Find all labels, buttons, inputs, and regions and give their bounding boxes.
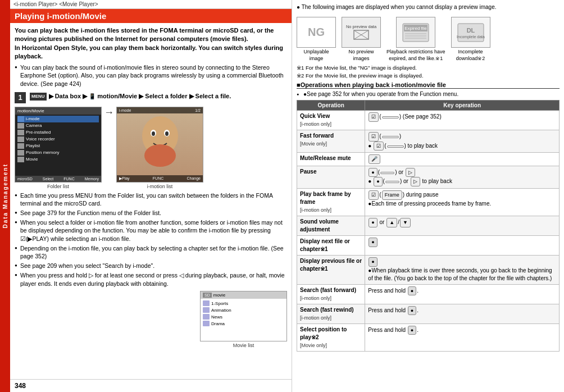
imotion-list-label: i-motion list xyxy=(147,184,173,189)
svg-text:Incomplete data: Incomplete data xyxy=(457,35,485,39)
right-panel: ● The following images are displayed whe… xyxy=(292,0,564,392)
row-volume: Sound volume adjustment ● or ▲/▼ xyxy=(297,216,560,235)
bullet-each-time: Each time you press MENU from the Folder… xyxy=(15,192,287,208)
footnotes: ※1 For the Movie list, the "NG" image is… xyxy=(297,64,560,79)
key-volume: ● or ▲/▼ xyxy=(365,216,560,235)
row-quick-view: Quick View[i-motion only] ☑() (See page … xyxy=(297,110,560,130)
key-quick-view: ☑() (See page 352) xyxy=(365,110,560,130)
folder-list-container: motion/Movie i-mode Camera xyxy=(15,107,102,189)
row-fast-forward: Fast forward[Movie only] ☑() ● ☑() to pl… xyxy=(297,130,560,152)
expired-box: Expired file xyxy=(396,17,435,48)
folder-list-footer: microSD Select FUNC Memory xyxy=(15,176,101,182)
row-fast-forward-search: Search (fast forward)[i-motion only] Pre… xyxy=(297,284,560,304)
step-1-content: MENU ▶ Data box ▶ 📱 motion/Movie ▶ Selec… xyxy=(29,92,287,101)
screenshots-section: motion/Movie i-mode Camera xyxy=(15,107,287,189)
folder-item-voice: Voice recorder xyxy=(17,136,99,143)
preview-expired: Expired file Playback restrictions havee… xyxy=(386,17,445,62)
op-next-file: Display next file or chapter※1 xyxy=(297,235,365,255)
content-area: You can play back the i-motion files sto… xyxy=(10,23,292,379)
incomplete-label: Incompletedownload※2 xyxy=(456,49,485,62)
expired-icon: Expired file xyxy=(402,21,430,44)
key-fast-forward: ☑() ● ☑() to play back xyxy=(365,130,560,152)
left-panel: Data Management <i-motion Player> <Movie… xyxy=(0,0,292,392)
key-search-fast-rewind: Press and hold ●. xyxy=(365,304,560,323)
svg-point-3 xyxy=(152,131,155,136)
ng-box: NG xyxy=(297,17,336,48)
key-select-position: Press and hold ●. xyxy=(365,323,560,351)
sd-movie-container: SD movie 1-Sports Animation xyxy=(200,291,287,348)
preview-no-preview: No preview data No previewimages xyxy=(342,17,381,62)
step-number-1: 1 xyxy=(15,92,26,103)
col-operation: Operation xyxy=(297,100,365,110)
folder-list-label: Folder list xyxy=(47,184,69,189)
see-page-note: ●See page 352 for when you operate from … xyxy=(297,90,560,98)
row-fast-rewind-search: Search (fast rewind)[i-motion only] Pres… xyxy=(297,304,560,323)
folder-item-camera: Camera xyxy=(17,122,99,129)
row-prev-file: Display previous file or chapter※1 ● ●Wh… xyxy=(297,255,560,284)
col-key: Key operation xyxy=(365,100,560,110)
op-quick-view: Quick View[i-motion only] xyxy=(297,110,365,130)
footnote-2: ※2 For the Movie list, the preview image… xyxy=(297,72,560,79)
svg-text:Expired file: Expired file xyxy=(404,26,427,31)
no-preview-top: No preview data xyxy=(346,24,376,29)
arrow-right: → xyxy=(104,107,114,118)
more-bullets: Each time you press MENU from the Folder… xyxy=(15,192,287,288)
no-preview-icon xyxy=(353,29,370,40)
op-volume: Sound volume adjustment xyxy=(297,216,365,235)
sd-item-sports: 1-Sports xyxy=(203,300,284,307)
page-number: 348 xyxy=(10,379,292,392)
svg-point-4 xyxy=(165,131,169,136)
no-preview-box: No preview data xyxy=(342,17,381,48)
incomplete-box: DL Incomplete data xyxy=(451,17,490,48)
sd-body: 1-Sports Animation News xyxy=(201,299,286,328)
sidebar-strip: Data Management xyxy=(0,0,10,392)
imotion-face xyxy=(117,107,203,182)
key-mute: 🎤 xyxy=(365,153,560,166)
note-line: ● The following images are displayed whe… xyxy=(297,3,560,11)
menu-key-icon: MENU xyxy=(30,93,47,101)
row-next-file: Display next file or chapter※1 ● xyxy=(297,235,560,255)
op-frame-by-frame: Play back frame by frame[i-motion only] xyxy=(297,188,365,216)
folder-list-header: motion/Movie xyxy=(15,107,101,115)
face-svg xyxy=(132,111,188,178)
operations-table: Operation Key operation Quick View[i-mot… xyxy=(297,100,560,352)
key-next-file: ● xyxy=(365,235,560,255)
sd-movie-section: SD movie 1-Sports Animation xyxy=(15,291,287,348)
footnote-1: ※1 For the Movie list, the "NG" image is… xyxy=(297,64,560,71)
expired-label: Playback restrictions haveexpired, and t… xyxy=(386,49,445,62)
folder-item-position: Position memory xyxy=(17,149,99,156)
no-preview-label: No previewimages xyxy=(348,49,374,62)
row-mute: Mute/Release mute 🎤 xyxy=(297,153,560,166)
movie-list-label: Movie list xyxy=(233,343,254,348)
note-section: ● The following images are displayed whe… xyxy=(297,3,560,11)
bullet-1: You can play back the sound of i-motion/… xyxy=(15,63,287,88)
op-select-position: Select position to play※2[Movie only] xyxy=(297,323,365,351)
operations-header: ■Operations when playing back i-motion/m… xyxy=(297,81,560,89)
key-frame-by-frame: ☑(Frame) during pause ●Each time of pres… xyxy=(365,188,560,216)
imotion-list-container: i-mode 1/2 ▶Play FUNC Change i-motion li… xyxy=(116,107,203,189)
incomplete-icon: DL Incomplete data xyxy=(457,21,485,44)
bullet-folder-select: When you select a folder or i-motion fil… xyxy=(15,218,287,243)
op-mute: Mute/Release mute xyxy=(297,153,365,166)
breadcrumb: <i-motion Player> <Movie Player> xyxy=(10,0,292,9)
bullet-hold: When you press and hold ▷ for at least o… xyxy=(15,271,287,288)
op-search-fast-rewind: Search (fast rewind)[i-motion only] xyxy=(297,304,365,323)
row-select-position: Select position to play※2[Movie only] Pr… xyxy=(297,323,560,351)
op-pause: Pause xyxy=(297,166,365,188)
sd-movie-screenshot: SD movie 1-Sports Animation xyxy=(200,291,287,341)
bullet-search: See page 209 when you select "Search by … xyxy=(15,262,287,270)
key-search-fast-forward: Press and hold ●. xyxy=(365,284,560,304)
main-left-content: <i-motion Player> <Movie Player> Playing… xyxy=(10,0,292,392)
sd-item-animation: Animation xyxy=(203,307,284,313)
op-fast-forward: Fast forward[Movie only] xyxy=(297,130,365,152)
sd-header: SD movie xyxy=(201,291,286,299)
bullet-chapter: Depending on the i-motion file, you can … xyxy=(15,244,287,261)
op-prev-file: Display previous file or chapter※1 xyxy=(297,255,365,284)
ng-text: NG xyxy=(308,26,325,39)
preview-incomplete: DL Incomplete data Incompletedownload※2 xyxy=(451,17,490,62)
unplayable-label: Unplayableimage xyxy=(303,49,329,62)
step-1-row: 1 MENU ▶ Data box ▶ 📱 motion/Movie ▶ Sel… xyxy=(15,92,287,103)
section-title: Playing i-motion/Movie xyxy=(10,9,292,23)
folder-list-menu: i-mode Camera Pre-installed xyxy=(15,115,101,164)
svg-text:DL: DL xyxy=(466,27,475,34)
